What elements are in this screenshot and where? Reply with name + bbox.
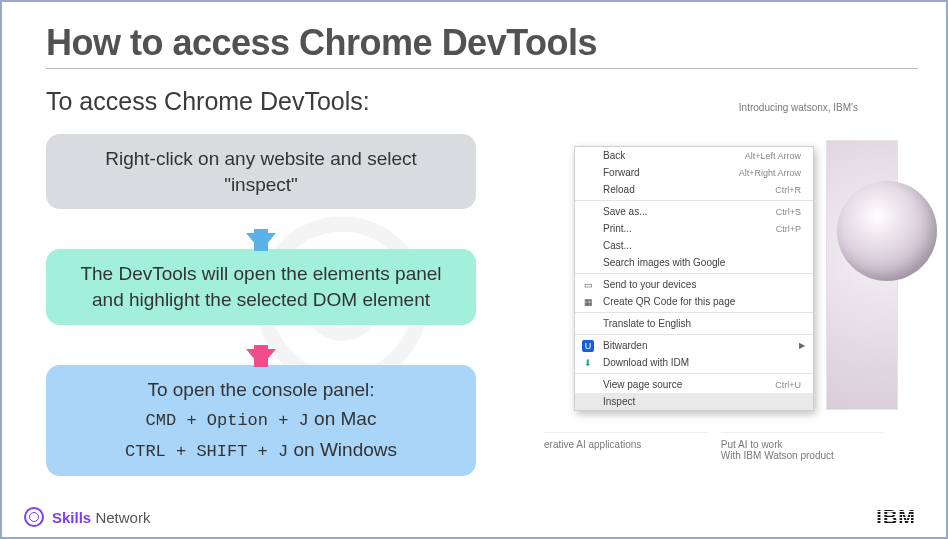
arrow-down-icon bbox=[246, 349, 276, 367]
ctx-item-cast[interactable]: Cast... bbox=[575, 237, 813, 254]
slide-footer: Skills Network IBM bbox=[2, 497, 946, 537]
idm-icon: ⬇ bbox=[582, 357, 594, 369]
page-caption-right: Put AI to work With IBM Watson product bbox=[721, 432, 884, 461]
step-3-title: To open the console panel: bbox=[147, 379, 374, 400]
ctx-item-idm[interactable]: ⬇ Download with IDM bbox=[575, 354, 813, 371]
ctx-item-save-as[interactable]: Save as... Ctrl+S bbox=[575, 203, 813, 220]
skills-network-logo-icon bbox=[24, 507, 44, 527]
webpage-background bbox=[826, 140, 898, 410]
page-caption-mid: Introducing watsonx, IBM's bbox=[739, 102, 858, 113]
context-menu: Back Alt+Left Arrow Forward Alt+Right Ar… bbox=[574, 146, 814, 411]
arrow-down-icon bbox=[246, 233, 276, 251]
ctx-item-inspect[interactable]: Inspect bbox=[575, 393, 813, 410]
qr-icon: ▦ bbox=[582, 296, 594, 308]
bitwarden-icon: U bbox=[582, 340, 594, 352]
ctx-item-bitwarden[interactable]: U Bitwarden ▶ bbox=[575, 337, 813, 354]
devices-icon: ▭ bbox=[582, 279, 594, 291]
step-1-box: Right-click on any website and select "i… bbox=[46, 134, 476, 209]
step-3-box: To open the console panel: CMD + Option … bbox=[46, 365, 476, 477]
steps-column: Right-click on any website and select "i… bbox=[46, 134, 476, 476]
ctx-item-forward[interactable]: Forward Alt+Right Arrow bbox=[575, 164, 813, 181]
ctx-item-send-devices[interactable]: ▭ Send to your devices bbox=[575, 276, 813, 293]
shortcut-windows: CTRL + SHIFT + J bbox=[125, 442, 288, 461]
ctx-item-search-images[interactable]: Search images with Google bbox=[575, 254, 813, 271]
page-caption-left: erative AI applications bbox=[544, 432, 707, 450]
ctx-item-view-source[interactable]: View page source Ctrl+U bbox=[575, 376, 813, 393]
sphere-graphic bbox=[837, 181, 937, 281]
screenshot-panel: Back Alt+Left Arrow Forward Alt+Right Ar… bbox=[574, 140, 894, 500]
ctx-item-reload[interactable]: Reload Ctrl+R bbox=[575, 181, 813, 198]
ctx-item-print[interactable]: Print... Ctrl+P bbox=[575, 220, 813, 237]
ctx-item-translate[interactable]: Translate to English bbox=[575, 315, 813, 332]
ctx-item-qr-code[interactable]: ▦ Create QR Code for this page bbox=[575, 293, 813, 310]
ibm-logo: IBM bbox=[876, 505, 916, 529]
submenu-arrow-icon: ▶ bbox=[799, 341, 805, 350]
shortcut-mac: CMD + Option + J bbox=[146, 411, 309, 430]
step-2-box: The DevTools will open the elements pane… bbox=[46, 249, 476, 324]
skills-network-brand: Skills Network bbox=[24, 507, 150, 527]
ctx-item-back[interactable]: Back Alt+Left Arrow bbox=[575, 147, 813, 164]
slide-title: How to access Chrome DevTools bbox=[46, 22, 918, 69]
